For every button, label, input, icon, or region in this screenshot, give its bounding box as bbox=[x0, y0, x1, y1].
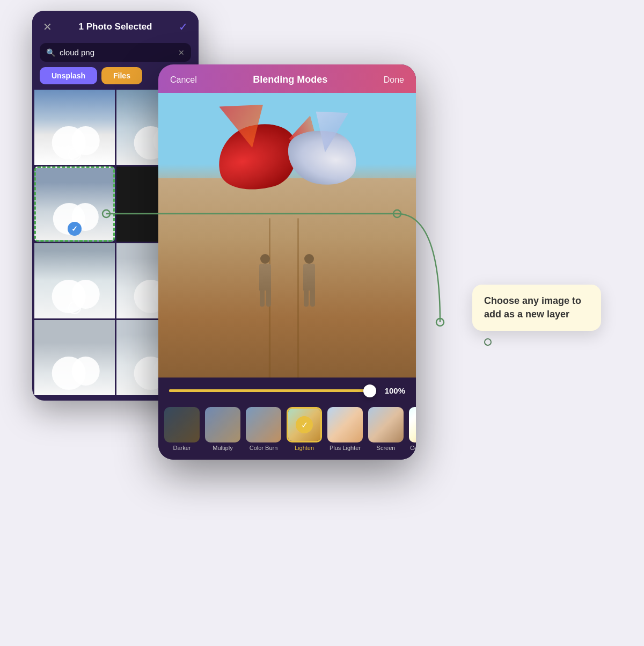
blend-cancel-button[interactable]: Cancel bbox=[170, 75, 197, 85]
person-leg-lr bbox=[266, 291, 271, 307]
blend-item-plus-lighter[interactable]: Plus Lighter bbox=[327, 407, 363, 451]
blending-title: Blending Modes bbox=[253, 74, 327, 85]
person-legs-right bbox=[304, 291, 315, 307]
fish-overlay bbox=[201, 104, 373, 211]
tab-files[interactable]: Files bbox=[101, 67, 142, 84]
picker-title: 1 Photo Selected bbox=[79, 21, 152, 32]
person-right bbox=[303, 254, 315, 307]
blend-label-color-burn: Color Burn bbox=[250, 445, 278, 451]
blend-mode-strip: Darker Multiply Color Burn ✓ Lighten bbox=[158, 402, 416, 460]
person-left bbox=[259, 254, 271, 307]
picker-header: ✕ 1 Photo Selected ✓ bbox=[32, 11, 199, 39]
blend-label-multiply: Multiply bbox=[213, 445, 232, 451]
search-icon: 🔍 bbox=[46, 48, 55, 57]
blend-label-color-dodge: Color Dodge bbox=[410, 445, 416, 451]
tooltip-connector-dot bbox=[484, 338, 492, 346]
blend-item-color-burn[interactable]: Color Burn bbox=[245, 407, 282, 451]
picker-confirm-button[interactable]: ✓ bbox=[179, 20, 188, 33]
opacity-area: 100% bbox=[158, 378, 416, 402]
person-leg-rr bbox=[310, 291, 315, 307]
blending-image-preview bbox=[158, 93, 416, 378]
person-legs-left bbox=[260, 291, 271, 307]
blend-thumb-plus-lighter bbox=[327, 407, 363, 442]
cell-checkmark-3: ✓ bbox=[68, 222, 82, 236]
search-input[interactable] bbox=[60, 48, 178, 57]
blend-thumb-multiply bbox=[205, 407, 240, 442]
person-head-left bbox=[260, 254, 270, 264]
blend-thumb-screen bbox=[368, 407, 404, 442]
fish-fin-right bbox=[309, 107, 348, 155]
blend-label-plus-lighter: Plus Lighter bbox=[330, 445, 361, 451]
grid-cell-3-selected[interactable]: ✓ bbox=[34, 166, 115, 242]
blend-item-color-dodge[interactable]: Color Dodge bbox=[408, 407, 416, 451]
cell-radio-5[interactable] bbox=[68, 301, 81, 314]
tooltip-text: Choose any image to add as a new layer bbox=[484, 295, 581, 320]
person-body-left bbox=[259, 264, 271, 291]
people-area bbox=[259, 254, 315, 307]
opacity-slider-fill bbox=[169, 389, 376, 392]
picker-close-button[interactable]: ✕ bbox=[43, 20, 52, 33]
blend-label-screen: Screen bbox=[377, 445, 396, 451]
search-clear-button[interactable]: ✕ bbox=[178, 48, 185, 57]
opacity-slider-track[interactable] bbox=[169, 389, 376, 392]
blend-done-button[interactable]: Done bbox=[384, 75, 404, 85]
blend-label-darker: Darker bbox=[173, 445, 191, 451]
blend-thumb-color-burn bbox=[246, 407, 281, 442]
blend-thumb-lighten: ✓ bbox=[287, 407, 322, 442]
blend-thumb-darker bbox=[164, 407, 200, 442]
blend-active-overlay: ✓ bbox=[288, 409, 320, 441]
opacity-knob[interactable] bbox=[363, 384, 376, 397]
fish-fin-left bbox=[219, 96, 273, 154]
person-leg-ll bbox=[260, 291, 265, 307]
blending-header: Cancel Blending Modes Done bbox=[158, 64, 416, 93]
blend-label-lighten: Lighten bbox=[295, 445, 314, 451]
person-head-right bbox=[304, 254, 314, 264]
person-body-right bbox=[303, 264, 315, 291]
blend-item-multiply[interactable]: Multiply bbox=[204, 407, 241, 451]
blend-item-screen[interactable]: Screen bbox=[368, 407, 404, 451]
blend-item-lighten[interactable]: ✓ Lighten bbox=[286, 407, 323, 451]
blend-active-check: ✓ bbox=[296, 416, 313, 433]
tab-unsplash[interactable]: Unsplash bbox=[40, 67, 97, 84]
cell-radio-1[interactable] bbox=[68, 148, 81, 161]
grid-cell-1[interactable] bbox=[34, 90, 115, 165]
svg-point-2 bbox=[436, 318, 444, 326]
blend-thumb-color-dodge bbox=[409, 407, 416, 442]
search-bar: 🔍 ✕ bbox=[40, 43, 191, 62]
person-leg-rl bbox=[304, 291, 309, 307]
grid-cell-5[interactable] bbox=[34, 243, 115, 318]
tooltip-callout: Choose any image to add as a new layer bbox=[472, 285, 601, 331]
opacity-value-label: 100% bbox=[383, 386, 405, 395]
blend-item-darker[interactable]: Darker bbox=[164, 407, 200, 451]
grid-cell-7[interactable] bbox=[34, 320, 115, 395]
blending-modes-panel: Cancel Blending Modes Done bbox=[158, 64, 416, 460]
